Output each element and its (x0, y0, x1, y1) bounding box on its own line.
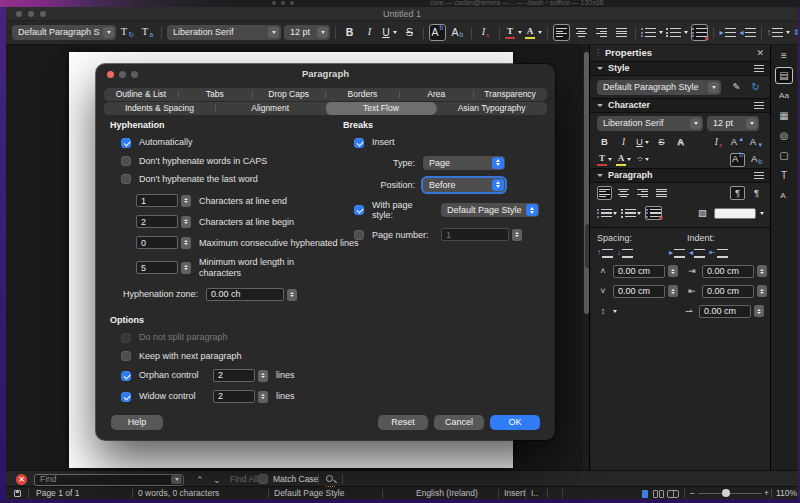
section-menu-icon[interactable] (754, 102, 764, 109)
paragraph-background-color-icon[interactable]: ▧ (695, 206, 710, 220)
tab-indents-spacing[interactable]: Indents & Spacing (104, 102, 215, 115)
decrease-font-size-button[interactable]: A▼ (749, 136, 764, 150)
page-style-popup[interactable]: Default Page Style (441, 203, 539, 217)
chevron-down-icon[interactable] (760, 212, 764, 215)
italic-button[interactable]: I (616, 136, 631, 150)
strikethrough-button[interactable]: S (401, 24, 418, 41)
font-color-button[interactable]: T (597, 153, 612, 167)
zoom-percent[interactable]: 110% (776, 489, 797, 499)
book-view-icon[interactable] (667, 490, 679, 498)
multi-page-view-icon[interactable] (653, 490, 664, 498)
close-sidebar-icon[interactable]: ✕ (756, 48, 764, 58)
tab-borders[interactable]: Borders (325, 88, 399, 101)
line-spacing-dropdown[interactable] (613, 310, 617, 313)
find-all-button[interactable]: Find All (230, 475, 258, 485)
style-section-header[interactable]: Style (590, 61, 771, 76)
update-style-button[interactable]: T↻ (119, 24, 136, 41)
character-section-header[interactable]: Character (590, 98, 771, 113)
min-word-length-field[interactable]: 5 (136, 261, 191, 274)
update-style-icon[interactable]: ✎ (729, 80, 744, 94)
paragraph-section-header[interactable]: Paragraph (590, 168, 771, 183)
increase-font-size-button[interactable]: A▲ (730, 136, 745, 150)
stepper-icon[interactable] (258, 391, 268, 403)
tab-area[interactable]: Area (399, 88, 473, 101)
single-page-view-icon[interactable] (642, 490, 648, 498)
highlight-color-button[interactable]: A (616, 153, 631, 167)
bold-button[interactable]: B (341, 24, 358, 41)
strikethrough-button[interactable]: S (654, 136, 669, 150)
page-number-field[interactable]: 1 (441, 228, 522, 241)
align-right-button[interactable] (593, 24, 610, 41)
align-left-button[interactable] (597, 186, 612, 200)
stepper-icon[interactable] (181, 216, 191, 228)
widow-lines-field[interactable]: 2 (213, 390, 268, 403)
unordered-list-button[interactable] (641, 24, 663, 41)
stepper-icon[interactable] (181, 262, 191, 274)
chars-line-begin-field[interactable]: 2 (136, 215, 191, 228)
tab-properties[interactable]: ▤ (775, 67, 793, 84)
match-case-checkbox[interactable] (258, 474, 268, 484)
find-previous-button[interactable]: ⌃ (196, 475, 204, 485)
cancel-button[interactable]: Cancel (434, 415, 484, 430)
chevron-down-icon[interactable] (171, 475, 182, 484)
zoom-slider-knob[interactable] (722, 489, 730, 497)
no-list-button[interactable]: × (645, 206, 662, 220)
automatically-checkbox[interactable] (121, 138, 131, 148)
ok-button[interactable]: OK (490, 415, 540, 430)
tab-navigator[interactable]: ◎ (775, 127, 793, 144)
align-center-button[interactable] (573, 24, 590, 41)
paragraph-spacing-button[interactable]: ⇕ (793, 24, 798, 41)
stepper-icon[interactable] (757, 265, 767, 277)
find-input[interactable]: Find (34, 474, 184, 486)
stepper-icon[interactable] (287, 289, 297, 301)
vertical-scrollbar-thumb[interactable] (584, 52, 589, 314)
sidebar-grip-icon[interactable]: ⋮ (594, 48, 601, 57)
justify-button[interactable] (613, 24, 630, 41)
tab-asian-typography[interactable]: Asian Typography (436, 102, 547, 115)
justify-button[interactable] (654, 186, 669, 200)
tab-transparency[interactable]: Transparency (473, 88, 547, 101)
increase-indent-button[interactable]: ▸ (669, 246, 685, 260)
help-button[interactable]: Help (111, 415, 163, 430)
italic-button[interactable]: I (361, 24, 378, 41)
decrease-indent-button[interactable]: ◂ (689, 246, 705, 260)
no-list-button[interactable]: × (691, 24, 708, 41)
left-to-right-button[interactable]: ¶ (730, 186, 745, 200)
font-size-combobox[interactable]: 12 pt (284, 25, 330, 40)
close-find-bar-button[interactable]: ✕ (16, 474, 27, 485)
new-style-button[interactable]: Ta (139, 24, 156, 41)
tab-outline-list[interactable]: Outline & List (104, 88, 178, 101)
stepper-icon[interactable] (181, 237, 191, 249)
decrease-paragraph-spacing-button[interactable]: ↓ (617, 246, 633, 260)
zoom-slider[interactable] (698, 493, 762, 495)
ordered-list-button[interactable] (621, 206, 641, 220)
do-not-split-checkbox[interactable] (121, 333, 131, 343)
sidebar-style-combobox[interactable]: Default Paragraph Style (597, 80, 721, 95)
page-style[interactable]: Default Page Style (274, 489, 344, 499)
unordered-list-button[interactable] (597, 206, 617, 220)
clear-formatting-button[interactable]: I (477, 24, 494, 41)
hyphenation-zone-field[interactable]: 0.00 ch (206, 288, 297, 301)
max-consecutive-hyphens-field[interactable]: 0 (136, 236, 191, 249)
selection-mode[interactable]: I.. (531, 489, 538, 499)
decrease-indent-button[interactable]: ◂ (739, 24, 756, 41)
refresh-style-icon[interactable]: ↻ (748, 80, 763, 94)
save-status-icon[interactable] (14, 490, 21, 497)
align-right-button[interactable] (635, 186, 650, 200)
page-number-checkbox[interactable] (354, 230, 364, 240)
after-text-indent-field[interactable]: 0.00 cm (702, 285, 767, 298)
ordered-list-button[interactable] (666, 24, 688, 41)
tab-style-inspector[interactable]: T (775, 167, 793, 184)
no-caps-checkbox[interactable] (121, 156, 131, 166)
tab-gallery[interactable]: ▦ (775, 107, 793, 124)
tab-drop-caps[interactable]: Drop Caps (252, 88, 326, 101)
stepper-icon[interactable] (754, 305, 764, 317)
chars-line-end-field[interactable]: 1 (136, 194, 191, 207)
sidebar-font-size-combobox[interactable]: 12 pt (707, 116, 759, 131)
superscript-button[interactable]: A (730, 153, 745, 167)
widow-control-checkbox[interactable] (121, 392, 131, 402)
tab-styles[interactable]: Aa (775, 87, 793, 104)
tab-tabs[interactable]: Tabs (178, 88, 252, 101)
font-color-button[interactable]: T (505, 24, 522, 41)
subscript-button[interactable]: A (749, 153, 764, 167)
